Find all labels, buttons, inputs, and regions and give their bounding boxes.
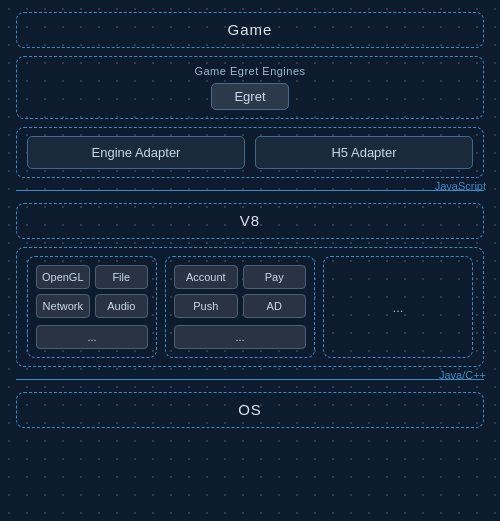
audio-button[interactable]: Audio xyxy=(95,294,149,318)
os-label: OS xyxy=(238,401,262,418)
java-cpp-divider xyxy=(16,379,484,380)
native-middle-row2: Push AD xyxy=(174,294,306,318)
game-label: Game xyxy=(228,21,273,38)
native-middle-row1: Account Pay xyxy=(174,265,306,289)
egret-engines-block: Game Egret Engines Egret xyxy=(16,56,484,119)
account-button[interactable]: Account xyxy=(174,265,238,289)
native-panel-left: OpenGL File Network Audio ... xyxy=(27,256,157,358)
native-section: OpenGL File Network Audio ... Account Pa… xyxy=(16,247,484,367)
opengl-button[interactable]: OpenGL xyxy=(36,265,90,289)
push-button[interactable]: Push xyxy=(174,294,238,318)
native-panel-right: ... xyxy=(323,256,473,358)
java-cpp-label: Java/C++ xyxy=(439,369,486,381)
h5-adapter-button[interactable]: H5 Adapter xyxy=(255,136,473,169)
adapters-block: Engine Adapter H5 Adapter xyxy=(16,127,484,178)
engine-adapter-button[interactable]: Engine Adapter xyxy=(27,136,245,169)
javascript-divider xyxy=(16,190,484,191)
egret-engines-subtitle: Game Egret Engines xyxy=(194,65,305,77)
v8-block: V8 xyxy=(16,203,484,239)
egret-button[interactable]: Egret xyxy=(211,83,288,110)
ad-button[interactable]: AD xyxy=(243,294,307,318)
native-row: OpenGL File Network Audio ... Account Pa… xyxy=(16,247,484,367)
native-middle-dots: ... xyxy=(174,325,306,349)
native-left-row1: OpenGL File xyxy=(36,265,148,289)
file-button[interactable]: File xyxy=(95,265,149,289)
pay-button[interactable]: Pay xyxy=(243,265,307,289)
native-left-row2: Network Audio xyxy=(36,294,148,318)
adapters-section: Engine Adapter H5 Adapter JavaScript xyxy=(16,127,484,178)
main-container: Game Game Egret Engines Egret Engine Ada… xyxy=(0,0,500,521)
native-panel-middle: Account Pay Push AD ... xyxy=(165,256,315,358)
network-button[interactable]: Network xyxy=(36,294,90,318)
native-right-dots: ... xyxy=(393,300,404,315)
javascript-label: JavaScript xyxy=(435,180,486,192)
game-block: Game xyxy=(16,12,484,48)
os-block: OS xyxy=(16,392,484,428)
native-left-dots: ... xyxy=(36,325,148,349)
v8-label: V8 xyxy=(240,212,260,229)
